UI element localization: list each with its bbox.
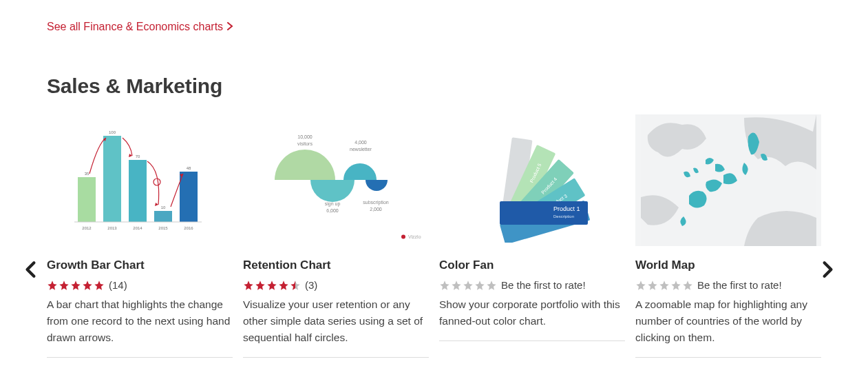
svg-text:2016: 2016 <box>184 226 193 230</box>
svg-text:newsletter: newsletter <box>350 147 372 152</box>
card-world-map: World Map Be the first to rate! A zoomab… <box>635 114 821 358</box>
svg-text:Description: Description <box>553 214 574 218</box>
chevron-left-icon <box>22 261 40 278</box>
svg-text:2014: 2014 <box>133 226 142 230</box>
card-desc: Visualize your user retention or any oth… <box>243 296 429 346</box>
svg-rect-3 <box>154 211 172 222</box>
carousel-prev-button[interactable] <box>22 261 43 281</box>
thumb-world-map[interactable] <box>635 114 821 246</box>
stars-icon <box>635 280 693 291</box>
chevron-right-icon <box>227 21 233 33</box>
svg-text:subscription: subscription <box>363 200 388 205</box>
rating-row: Be the first to rate! <box>439 279 625 291</box>
card-desc: A bar chart that highlights the change f… <box>47 296 233 346</box>
world-map-icon <box>641 114 816 246</box>
rating-cta[interactable]: Be the first to rate! <box>697 279 782 291</box>
svg-point-26 <box>401 235 405 239</box>
rating-cta[interactable]: Be the first to rate! <box>501 279 586 291</box>
svg-text:2015: 2015 <box>158 226 168 230</box>
stars-icon <box>243 280 301 291</box>
svg-text:48: 48 <box>187 166 191 170</box>
card-title: Growth Bar Chart <box>47 258 233 272</box>
svg-text:Product 1: Product 1 <box>553 205 580 212</box>
stars-icon <box>47 280 105 291</box>
card-title: Retention Chart <box>243 258 429 272</box>
card-title: World Map <box>635 258 821 272</box>
stars-icon <box>439 280 497 291</box>
svg-text:35: 35 <box>85 172 89 176</box>
svg-point-16 <box>154 179 160 185</box>
svg-text:2,000: 2,000 <box>370 207 382 212</box>
svg-text:2012: 2012 <box>82 226 92 230</box>
svg-text:100: 100 <box>109 130 116 134</box>
card-desc: A zoomable map for highlighting any numb… <box>635 296 821 346</box>
cards-row: 35 100 70 10 48 2012 2013 2014 2015 2016 <box>47 114 821 358</box>
see-all-label: See all Finance & Economics charts <box>47 21 223 33</box>
card-desc: Show your corporate portfolio with this … <box>439 296 625 329</box>
svg-rect-2 <box>129 160 147 222</box>
color-fan-icon: Product 5 Product 4 Product 3 Product 2 … <box>453 119 611 243</box>
rating-count: (14) <box>109 279 127 291</box>
svg-rect-0 <box>78 177 96 222</box>
svg-text:10: 10 <box>161 205 166 210</box>
svg-rect-1 <box>103 136 121 222</box>
card-growth-bar-chart: 35 100 70 10 48 2012 2013 2014 2015 2016 <box>47 114 233 358</box>
svg-text:10,000: 10,000 <box>297 134 313 139</box>
svg-text:2013: 2013 <box>107 226 117 230</box>
svg-text:visitors: visitors <box>297 141 313 146</box>
card-divider <box>635 357 821 358</box>
svg-text:Vizzlo: Vizzlo <box>408 234 421 239</box>
see-all-link[interactable]: See all Finance & Economics charts <box>47 21 233 33</box>
chevron-right-icon <box>818 261 836 278</box>
svg-rect-4 <box>180 172 198 222</box>
card-retention-chart: 10,000 visitors newsletter 4,000 sign up… <box>243 114 429 358</box>
rating-count: (3) <box>305 279 317 291</box>
card-divider <box>439 340 625 341</box>
carousel-next-button[interactable] <box>818 261 839 281</box>
section-heading: Sales & Marketing <box>47 74 821 98</box>
rating-row: (14) <box>47 279 233 291</box>
svg-text:4,000: 4,000 <box>354 140 367 145</box>
thumb-color-fan[interactable]: Product 5 Product 4 Product 3 Product 2 … <box>439 114 625 246</box>
growth-bar-chart-icon: 35 100 70 10 48 2012 2013 2014 2015 2016 <box>61 119 219 243</box>
svg-text:70: 70 <box>136 154 140 159</box>
rating-row: Be the first to rate! <box>635 279 821 291</box>
thumb-retention-chart[interactable]: 10,000 visitors newsletter 4,000 sign up… <box>243 114 429 246</box>
rating-row: (3) <box>243 279 429 291</box>
svg-text:sign up: sign up <box>324 201 340 207</box>
card-color-fan: Product 5 Product 4 Product 3 Product 2 … <box>439 114 625 358</box>
card-divider <box>47 357 233 358</box>
card-title: Color Fan <box>439 258 625 272</box>
retention-chart-icon: 10,000 visitors newsletter 4,000 sign up… <box>248 114 424 246</box>
card-divider <box>243 357 429 358</box>
thumb-growth-bar-chart[interactable]: 35 100 70 10 48 2012 2013 2014 2015 2016 <box>47 114 233 246</box>
svg-text:6,000: 6,000 <box>326 208 339 213</box>
